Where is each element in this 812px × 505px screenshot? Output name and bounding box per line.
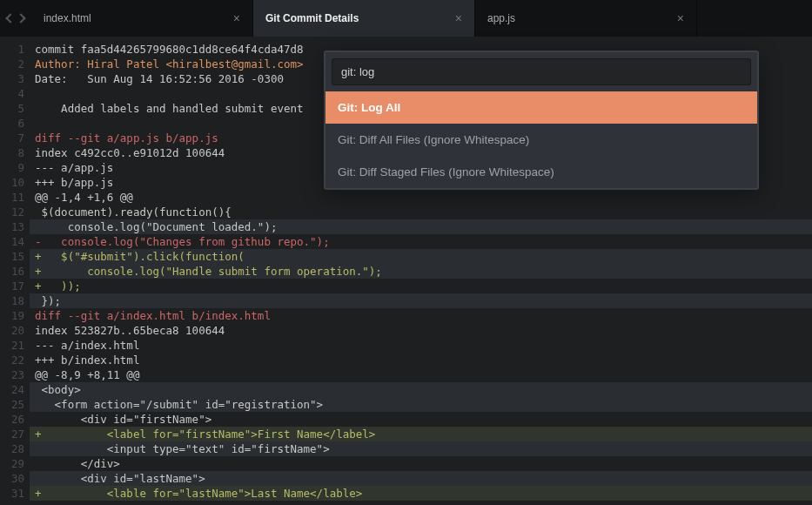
line-number: 23 xyxy=(0,367,30,382)
code-line: <body> xyxy=(30,382,812,397)
line-number: 19 xyxy=(0,308,30,323)
code-line: + console.log("Handle submit form operat… xyxy=(30,264,812,279)
close-icon[interactable]: × xyxy=(455,11,462,25)
line-number: 28 xyxy=(0,441,30,456)
line-number: 15 xyxy=(0,249,30,264)
code-line: $(document).ready(function(){ xyxy=(30,205,812,219)
nav-forward-icon[interactable] xyxy=(16,13,25,23)
tab-nav xyxy=(0,0,31,37)
code-line: @@ -1,4 +1,6 @@ xyxy=(30,190,812,205)
line-number: 12 xyxy=(0,205,30,219)
code-line: + <label for="firstName">First Name</lab… xyxy=(30,427,812,441)
line-number: 20 xyxy=(0,323,30,338)
code-line: + $("#submit").click(function( xyxy=(30,249,812,264)
code-line: diff --git a/index.html b/index.html xyxy=(30,308,812,323)
line-number: 10 xyxy=(0,175,30,190)
tab-label: Git Commit Details xyxy=(265,12,359,24)
line-number: 30 xyxy=(0,471,30,486)
tab-app-js[interactable]: app.js × xyxy=(475,0,697,37)
line-number: 25 xyxy=(0,397,30,412)
code-line: +++ b/index.html xyxy=(30,353,812,367)
code-line: </div> xyxy=(30,456,812,471)
nav-back-icon[interactable] xyxy=(5,13,15,23)
line-number: 17 xyxy=(0,279,30,293)
line-number: 14 xyxy=(0,234,30,249)
close-icon[interactable]: × xyxy=(677,11,684,25)
code-line: <input type="text" id="firstName"> xyxy=(30,441,812,456)
tab-label: index.html xyxy=(44,12,91,24)
tab-index-html[interactable]: index.html × xyxy=(31,0,253,37)
line-number: 27 xyxy=(0,427,30,441)
line-number: 3 xyxy=(0,71,30,86)
line-number: 1 xyxy=(0,42,30,57)
code-line: console.log("Document loaded."); xyxy=(30,219,812,234)
line-number: 11 xyxy=(0,190,30,205)
code-line: <form action="/submit" id="registration"… xyxy=(30,397,812,412)
line-number: 26 xyxy=(0,412,30,427)
close-icon[interactable]: × xyxy=(233,11,240,25)
line-number: 13 xyxy=(0,219,30,234)
line-number: 7 xyxy=(0,131,30,145)
command-item-git-log-all[interactable]: Git: Log All xyxy=(325,91,757,124)
command-list: Git: Log All Git: Diff All Files (Ignore… xyxy=(325,91,757,188)
line-number: 31 xyxy=(0,486,30,501)
line-number: 18 xyxy=(0,293,30,308)
line-number: 16 xyxy=(0,264,30,279)
code-line: - console.log("Changes from github repo.… xyxy=(30,234,812,249)
line-number: 2 xyxy=(0,57,30,71)
line-number: 5 xyxy=(0,101,30,116)
line-number: 22 xyxy=(0,353,30,367)
code-line: @@ -8,9 +8,11 @@ xyxy=(30,367,812,382)
code-line: <div id="firstName"> xyxy=(30,412,812,427)
code-line: --- a/index.html xyxy=(30,338,812,353)
tab-git-commit-details[interactable]: Git Commit Details × xyxy=(253,0,475,37)
line-number: 4 xyxy=(0,86,30,101)
tab-bar: index.html × Git Commit Details × app.js… xyxy=(0,0,812,37)
code-line: + )); xyxy=(30,279,812,293)
line-number: 29 xyxy=(0,456,30,471)
code-line: <div id="lastName"> xyxy=(30,471,812,486)
command-item-git-diff-all[interactable]: Git: Diff All Files (Ignore Whitespace) xyxy=(325,124,757,156)
line-number: 21 xyxy=(0,338,30,353)
line-number: 8 xyxy=(0,145,30,160)
line-gutter: 1234567891011121314151617181920212223242… xyxy=(0,37,30,505)
command-palette: Git: Log All Git: Diff All Files (Ignore… xyxy=(324,50,759,190)
code-line: index 523827b..65beca8 100644 xyxy=(30,323,812,338)
code-line: }); xyxy=(30,293,812,308)
command-item-git-diff-staged[interactable]: Git: Diff Staged Files (Ignore Whitespac… xyxy=(325,156,757,188)
code-line: + <lable for="lastName">Last Name</lable… xyxy=(30,486,812,501)
command-input[interactable] xyxy=(332,58,751,85)
line-number: 24 xyxy=(0,382,30,397)
line-number: 9 xyxy=(0,160,30,175)
tab-label: app.js xyxy=(487,12,515,24)
line-number: 6 xyxy=(0,116,30,131)
